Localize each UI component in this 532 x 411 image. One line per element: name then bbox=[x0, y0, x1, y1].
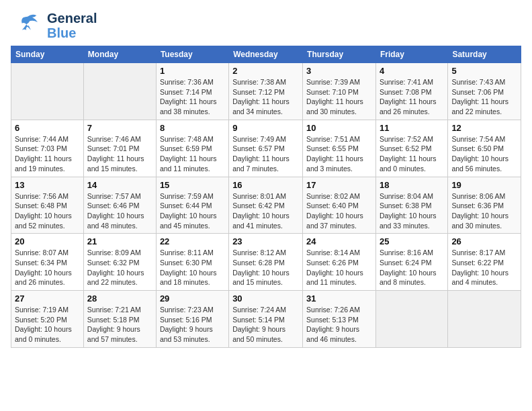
day-number: 28 bbox=[87, 293, 152, 304]
calendar-week-4: 20Sunrise: 8:07 AM Sunset: 6:34 PM Dayli… bbox=[11, 234, 521, 291]
day-number: 27 bbox=[15, 293, 80, 304]
calendar-cell: 31Sunrise: 7:26 AM Sunset: 5:13 PM Dayli… bbox=[303, 291, 376, 348]
calendar-week-3: 13Sunrise: 7:56 AM Sunset: 6:48 PM Dayli… bbox=[11, 177, 521, 234]
day-number: 8 bbox=[160, 123, 225, 133]
day-number: 14 bbox=[87, 180, 152, 190]
day-info: Sunrise: 7:24 AM Sunset: 5:14 PM Dayligh… bbox=[232, 305, 299, 345]
calendar-cell bbox=[83, 63, 156, 120]
calendar-cell: 6Sunrise: 7:44 AM Sunset: 7:03 PM Daylig… bbox=[11, 120, 84, 177]
day-info: Sunrise: 8:01 AM Sunset: 6:42 PM Dayligh… bbox=[232, 191, 299, 231]
day-number: 29 bbox=[160, 293, 225, 304]
day-info: Sunrise: 8:04 AM Sunset: 6:38 PM Dayligh… bbox=[380, 191, 444, 231]
day-number: 1 bbox=[160, 66, 225, 76]
calendar-cell bbox=[11, 63, 84, 120]
calendar-cell: 28Sunrise: 7:21 AM Sunset: 5:18 PM Dayli… bbox=[83, 291, 156, 348]
day-info: Sunrise: 8:02 AM Sunset: 6:40 PM Dayligh… bbox=[306, 191, 372, 231]
day-number: 31 bbox=[306, 293, 372, 304]
day-number: 17 bbox=[306, 180, 372, 190]
calendar-cell: 11Sunrise: 7:52 AM Sunset: 6:52 PM Dayli… bbox=[375, 120, 447, 177]
calendar-cell: 25Sunrise: 8:16 AM Sunset: 6:24 PM Dayli… bbox=[375, 234, 447, 291]
calendar-cell: 17Sunrise: 8:02 AM Sunset: 6:40 PM Dayli… bbox=[303, 177, 376, 234]
weekday-header-sunday: Sunday bbox=[11, 46, 84, 63]
day-number: 5 bbox=[451, 66, 517, 76]
day-info: Sunrise: 8:12 AM Sunset: 6:28 PM Dayligh… bbox=[232, 248, 299, 287]
calendar-week-1: 1Sunrise: 7:36 AM Sunset: 7:14 PM Daylig… bbox=[11, 63, 521, 120]
calendar-cell: 9Sunrise: 7:49 AM Sunset: 6:57 PM Daylig… bbox=[229, 120, 303, 177]
calendar-cell: 18Sunrise: 8:04 AM Sunset: 6:38 PM Dayli… bbox=[375, 177, 447, 234]
day-info: Sunrise: 7:43 AM Sunset: 7:06 PM Dayligh… bbox=[451, 77, 517, 117]
logo: General Blue bbox=[11, 11, 97, 40]
logo-general: General bbox=[47, 11, 97, 26]
day-info: Sunrise: 7:48 AM Sunset: 6:59 PM Dayligh… bbox=[160, 134, 225, 174]
weekday-header-tuesday: Tuesday bbox=[156, 46, 228, 63]
day-number: 24 bbox=[306, 236, 372, 246]
calendar-cell: 15Sunrise: 7:59 AM Sunset: 6:44 PM Dayli… bbox=[156, 177, 228, 234]
calendar-cell: 10Sunrise: 7:51 AM Sunset: 6:55 PM Dayli… bbox=[303, 120, 376, 177]
day-info: Sunrise: 7:21 AM Sunset: 5:18 PM Dayligh… bbox=[87, 305, 152, 345]
calendar-cell: 20Sunrise: 8:07 AM Sunset: 6:34 PM Dayli… bbox=[11, 234, 84, 291]
weekday-header-thursday: Thursday bbox=[303, 46, 376, 63]
day-info: Sunrise: 7:59 AM Sunset: 6:44 PM Dayligh… bbox=[160, 191, 225, 231]
day-number: 16 bbox=[232, 180, 299, 190]
day-number: 2 bbox=[232, 66, 299, 76]
calendar-cell: 7Sunrise: 7:46 AM Sunset: 7:01 PM Daylig… bbox=[83, 120, 156, 177]
day-number: 6 bbox=[15, 123, 80, 133]
calendar-body: 1Sunrise: 7:36 AM Sunset: 7:14 PM Daylig… bbox=[11, 63, 521, 348]
calendar-week-2: 6Sunrise: 7:44 AM Sunset: 7:03 PM Daylig… bbox=[11, 120, 521, 177]
calendar-cell: 13Sunrise: 7:56 AM Sunset: 6:48 PM Dayli… bbox=[11, 177, 84, 234]
day-number: 15 bbox=[160, 180, 225, 190]
day-number: 21 bbox=[87, 236, 152, 246]
day-info: Sunrise: 8:06 AM Sunset: 6:36 PM Dayligh… bbox=[451, 191, 517, 231]
day-number: 3 bbox=[306, 66, 372, 76]
day-info: Sunrise: 8:16 AM Sunset: 6:24 PM Dayligh… bbox=[380, 248, 444, 287]
day-number: 25 bbox=[380, 236, 444, 246]
day-info: Sunrise: 7:39 AM Sunset: 7:10 PM Dayligh… bbox=[306, 77, 372, 117]
page-header: General Blue bbox=[11, 11, 521, 40]
day-info: Sunrise: 7:51 AM Sunset: 6:55 PM Dayligh… bbox=[306, 134, 372, 174]
calendar-cell: 12Sunrise: 7:54 AM Sunset: 6:50 PM Dayli… bbox=[448, 120, 521, 177]
calendar-cell: 30Sunrise: 7:24 AM Sunset: 5:14 PM Dayli… bbox=[229, 291, 303, 348]
day-info: Sunrise: 7:41 AM Sunset: 7:08 PM Dayligh… bbox=[380, 77, 444, 117]
day-info: Sunrise: 7:46 AM Sunset: 7:01 PM Dayligh… bbox=[87, 134, 152, 174]
day-info: Sunrise: 7:44 AM Sunset: 7:03 PM Dayligh… bbox=[15, 134, 80, 174]
day-info: Sunrise: 7:36 AM Sunset: 7:14 PM Dayligh… bbox=[160, 77, 225, 117]
logo-blue: Blue bbox=[47, 26, 97, 40]
day-info: Sunrise: 7:38 AM Sunset: 7:12 PM Dayligh… bbox=[232, 77, 299, 117]
day-number: 13 bbox=[15, 180, 80, 190]
day-number: 12 bbox=[451, 123, 517, 133]
day-number: 18 bbox=[380, 180, 444, 190]
calendar-cell: 24Sunrise: 8:14 AM Sunset: 6:26 PM Dayli… bbox=[303, 234, 376, 291]
logo-icon bbox=[11, 12, 44, 39]
day-number: 22 bbox=[160, 236, 225, 246]
calendar-cell: 16Sunrise: 8:01 AM Sunset: 6:42 PM Dayli… bbox=[229, 177, 303, 234]
day-info: Sunrise: 8:17 AM Sunset: 6:22 PM Dayligh… bbox=[451, 248, 517, 287]
day-info: Sunrise: 7:23 AM Sunset: 5:16 PM Dayligh… bbox=[160, 305, 225, 345]
weekday-header-saturday: Saturday bbox=[448, 46, 521, 63]
weekday-header-row: SundayMondayTuesdayWednesdayThursdayFrid… bbox=[11, 46, 521, 63]
day-info: Sunrise: 8:14 AM Sunset: 6:26 PM Dayligh… bbox=[306, 248, 372, 287]
day-info: Sunrise: 7:49 AM Sunset: 6:57 PM Dayligh… bbox=[232, 134, 299, 174]
day-number: 11 bbox=[380, 123, 444, 133]
calendar-cell: 26Sunrise: 8:17 AM Sunset: 6:22 PM Dayli… bbox=[448, 234, 521, 291]
calendar-week-5: 27Sunrise: 7:19 AM Sunset: 5:20 PM Dayli… bbox=[11, 291, 521, 348]
day-info: Sunrise: 7:26 AM Sunset: 5:13 PM Dayligh… bbox=[306, 305, 372, 345]
day-info: Sunrise: 7:52 AM Sunset: 6:52 PM Dayligh… bbox=[380, 134, 444, 174]
calendar-cell: 29Sunrise: 7:23 AM Sunset: 5:16 PM Dayli… bbox=[156, 291, 228, 348]
day-number: 4 bbox=[380, 66, 444, 76]
day-number: 19 bbox=[451, 180, 517, 190]
calendar-cell bbox=[375, 291, 447, 348]
calendar-cell: 4Sunrise: 7:41 AM Sunset: 7:08 PM Daylig… bbox=[375, 63, 447, 120]
day-number: 23 bbox=[232, 236, 299, 246]
calendar-cell: 8Sunrise: 7:48 AM Sunset: 6:59 PM Daylig… bbox=[156, 120, 228, 177]
day-info: Sunrise: 7:56 AM Sunset: 6:48 PM Dayligh… bbox=[15, 191, 80, 231]
day-number: 20 bbox=[15, 236, 80, 246]
day-info: Sunrise: 8:11 AM Sunset: 6:30 PM Dayligh… bbox=[160, 248, 225, 287]
day-info: Sunrise: 8:07 AM Sunset: 6:34 PM Dayligh… bbox=[15, 248, 80, 287]
calendar-cell: 27Sunrise: 7:19 AM Sunset: 5:20 PM Dayli… bbox=[11, 291, 84, 348]
day-number: 30 bbox=[232, 293, 299, 304]
calendar-cell: 5Sunrise: 7:43 AM Sunset: 7:06 PM Daylig… bbox=[448, 63, 521, 120]
calendar-cell: 19Sunrise: 8:06 AM Sunset: 6:36 PM Dayli… bbox=[448, 177, 521, 234]
day-number: 26 bbox=[451, 236, 517, 246]
calendar-cell: 21Sunrise: 8:09 AM Sunset: 6:32 PM Dayli… bbox=[83, 234, 156, 291]
day-info: Sunrise: 7:57 AM Sunset: 6:46 PM Dayligh… bbox=[87, 191, 152, 231]
